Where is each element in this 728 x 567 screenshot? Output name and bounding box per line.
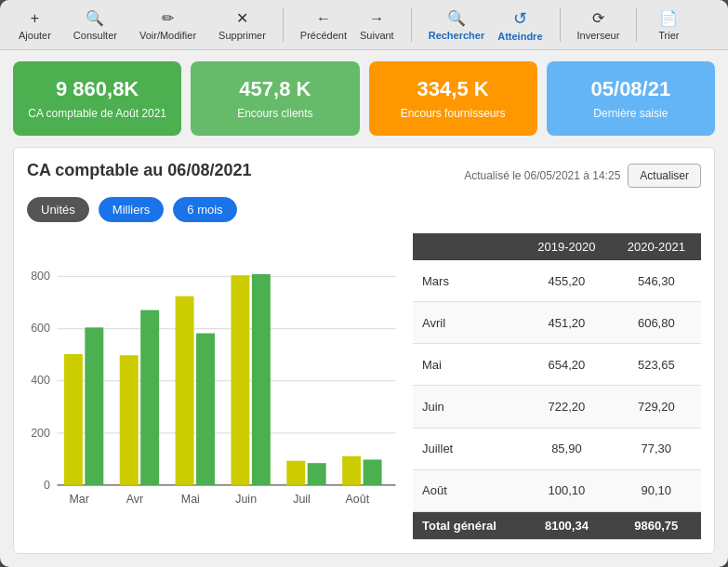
controls-right: Actualisé le 06/05/2021 à 14:25 Actualis… xyxy=(464,164,701,188)
kpi-fournisseurs-value: 334,5 K xyxy=(417,77,489,101)
cell-v1: 85,90 xyxy=(522,428,611,469)
toolbar-consulter-label: Consulter xyxy=(73,30,117,41)
bar-juil-2019 xyxy=(286,461,305,485)
table-row: Mai 654,20 523,65 xyxy=(413,344,701,386)
toggle-unites[interactable]: Unités xyxy=(27,197,89,222)
toolbar-rechercher[interactable]: 🔍 Rechercher xyxy=(423,7,491,42)
bar-avr-2019 xyxy=(120,355,139,485)
toggle-milliers[interactable]: Milliers xyxy=(99,197,164,222)
atteindre-icon: ↺ xyxy=(513,7,527,31)
x-label-aout: Août xyxy=(346,493,370,506)
col-header-2019: 2019-2020 xyxy=(522,233,611,260)
kpi-ca-comptable: 9 860,8K CA comptable de Août 2021 xyxy=(13,61,181,136)
x-label-mai: Mai xyxy=(181,493,200,506)
chart-container: 800 600 400 200 0 xyxy=(27,233,398,540)
col-header-2020: 2020-2021 xyxy=(612,233,701,260)
col-header-month xyxy=(413,233,522,260)
separator-3 xyxy=(560,8,561,42)
cell-v2: 90,10 xyxy=(612,469,701,511)
prev-icon: ← xyxy=(316,8,331,29)
y-label-800: 800 xyxy=(31,270,50,283)
toolbar-group-consult: 🔍 Consulter xyxy=(64,7,126,42)
toolbar-group-sort: 📄 Trier xyxy=(644,7,693,42)
cell-month: Mai xyxy=(413,344,522,386)
footer-v2: 9860,75 xyxy=(612,512,701,540)
bar-mar-2020 xyxy=(85,328,103,486)
table-body: Mars 455,20 546,30 Avril 451,20 606,80 M… xyxy=(413,260,701,511)
toolbar-trier-label: Trier xyxy=(658,30,679,41)
toolbar-voir-modifier[interactable]: ✏ Voir/Modifier xyxy=(134,7,202,42)
next-icon: → xyxy=(369,8,384,29)
kpi-row: 9 860,8K CA comptable de Août 2021 457,8… xyxy=(0,50,728,147)
app-window: + Ajouter 🔍 Consulter ✏ Voir/Modifier ✕ … xyxy=(0,0,728,567)
toolbar-group-inv: ⟳ Inverseur xyxy=(568,7,629,42)
toolbar-rechercher-label: Rechercher xyxy=(429,30,485,41)
toolbar-group-add: + Ajouter xyxy=(9,7,60,42)
cell-v1: 451,20 xyxy=(522,302,611,344)
kpi-clients-value: 457,8 K xyxy=(239,77,311,101)
toolbar-ajouter[interactable]: + Ajouter xyxy=(13,7,57,42)
toolbar-consulter[interactable]: 🔍 Consulter xyxy=(68,7,123,42)
update-info: Actualisé le 06/05/2021 à 14:25 xyxy=(464,169,620,182)
bar-aout-2019 xyxy=(342,456,361,485)
footer-v1: 8100,34 xyxy=(522,512,611,540)
kpi-clients-label: Encours clients xyxy=(237,107,312,120)
rechercher-icon: 🔍 xyxy=(447,8,466,29)
table-row: Mars 455,20 546,30 xyxy=(413,260,701,301)
data-table: 2019-2020 2020-2021 Mars 455,20 546,30 A… xyxy=(413,233,701,540)
toolbar-ajouter-label: Ajouter xyxy=(19,30,51,41)
x-label-juil: Juil xyxy=(293,493,311,506)
kpi-ca-label: CA comptable de Août 2021 xyxy=(28,107,166,120)
cell-v1: 722,20 xyxy=(522,386,611,428)
kpi-date-label: Dernière saisie xyxy=(593,107,668,120)
kpi-date-value: 05/08/21 xyxy=(591,77,671,101)
toolbar-inverseur[interactable]: ⟳ Inverseur xyxy=(572,7,626,42)
toolbar-suivant[interactable]: → Suivant xyxy=(354,7,400,42)
kpi-fournisseurs-label: Encours fournisseurs xyxy=(401,107,506,120)
toolbar-trier[interactable]: 📄 Trier xyxy=(648,7,689,42)
toolbar-atteindre[interactable]: ↺ Atteindre xyxy=(492,6,548,44)
add-icon: + xyxy=(31,8,39,29)
bar-juin-2020 xyxy=(252,274,271,485)
cell-v2: 729,20 xyxy=(612,386,701,428)
separator-2 xyxy=(411,8,412,42)
toolbar: + Ajouter 🔍 Consulter ✏ Voir/Modifier ✕ … xyxy=(0,0,728,50)
header-controls: CA comptable au 06/08/2021 Actualisé le … xyxy=(27,161,701,190)
table-row: Juin 722,20 729,20 xyxy=(413,386,701,428)
cell-month: Juillet xyxy=(413,428,522,469)
cell-v2: 546,30 xyxy=(612,260,701,301)
table-row: Avril 451,20 606,80 xyxy=(413,302,701,344)
section-title: CA comptable au 06/08/2021 xyxy=(27,161,251,180)
bar-juin-2019 xyxy=(231,275,249,485)
toolbar-inverseur-label: Inverseur xyxy=(577,30,620,41)
bar-chart: 800 600 400 200 0 xyxy=(27,233,398,540)
toolbar-group-edit: ✏ Voir/Modifier xyxy=(130,7,205,42)
actualiser-button[interactable]: Actualiser xyxy=(628,164,701,188)
bar-mai-2020 xyxy=(196,334,215,485)
bar-juil-2020 xyxy=(308,463,326,485)
x-label-mar: Mar xyxy=(69,493,88,506)
separator-4 xyxy=(636,8,637,42)
bar-mai-2019 xyxy=(176,297,194,485)
cell-month: Mars xyxy=(413,260,522,301)
x-label-avr: Avr xyxy=(126,493,143,506)
search-icon: 🔍 xyxy=(86,8,104,29)
table-row: Août 100,10 90,10 xyxy=(413,469,701,511)
toolbar-precedent[interactable]: ← Précédent xyxy=(295,7,352,42)
x-label-juin: Juin xyxy=(235,493,257,506)
cell-month: Juin xyxy=(413,386,522,428)
toolbar-supprimer[interactable]: ✕ Supprimer xyxy=(213,7,271,42)
trier-icon: 📄 xyxy=(659,8,678,29)
cell-v2: 77,30 xyxy=(612,428,701,469)
bar-avr-2020 xyxy=(140,310,159,485)
toolbar-atteindre-label: Atteindre xyxy=(497,31,542,42)
toolbar-group-delete: ✕ Supprimer xyxy=(209,7,275,42)
y-label-0: 0 xyxy=(44,479,50,492)
toolbar-voir-modifier-label: Voir/Modifier xyxy=(139,30,196,41)
delete-icon: ✕ xyxy=(236,8,248,29)
cell-v1: 455,20 xyxy=(522,260,611,301)
toolbar-supprimer-label: Supprimer xyxy=(218,30,266,41)
kpi-encours-clients: 457,8 K Encours clients xyxy=(191,61,359,136)
cell-v2: 606,80 xyxy=(612,302,701,344)
toggle-6mois[interactable]: 6 mois xyxy=(173,197,236,222)
